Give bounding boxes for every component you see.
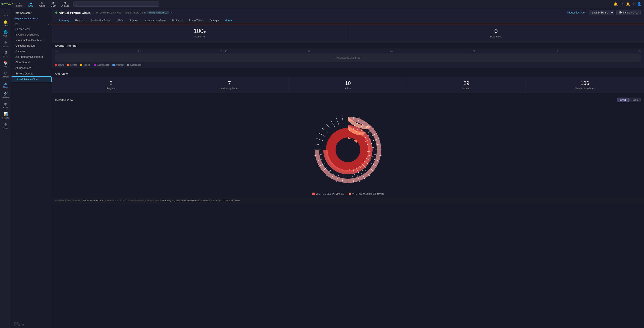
top-bar: ⌂ Home ☁ AWS ◈ Azure ◉ GCP ◆ Alibaba 🔔 [11,0,52,8]
sidebar-item-all-resources[interactable]: All Resources [11,65,52,71]
legend-vpc-east: VPC - US East (N. Virginia) [312,192,344,195]
maintenance-color [94,64,96,66]
overview-grid: 2 Regions 7 Availability Zones 10 VPCs 2… [52,77,644,93]
tab-outages[interactable]: Outages [207,17,222,24]
overview-title: Overview [52,70,644,77]
tab-network-interfaces[interactable]: Network Interfaces [142,17,169,24]
sidebar-item-outages[interactable]: Outages [11,49,52,54]
trigger-test-alert[interactable]: Trigger Test Alert [567,11,586,14]
anomaly-color [112,64,114,66]
page-title: Virtual Private Cloud [59,11,90,14]
nav-vmware[interactable]: ⬡ VMware [0,69,11,80]
main-content: Virtual Private Cloud ≡ ↻ Virtual Privat… [52,0,644,328]
sidebar-item-guidance-report[interactable]: Guidance Report [11,43,52,49]
events-timeline-title: Events Timeline [52,41,644,49]
tab-home[interactable]: ⌂ Home [14,0,25,8]
web-icon: 🌐 [4,30,8,34]
sunburst-chart [307,109,389,190]
nav-network[interactable]: 🔗 Network [0,90,11,100]
legend-maintenance: Maintenance [94,64,109,66]
legend-critical: Critical [67,64,77,66]
nav-home[interactable]: ⌂ Home [0,8,11,18]
cloud-icon: ☁ [4,81,7,85]
svg-line-33 [326,124,330,129]
events-timeline: 18 21 Thu 15 03 06 09 12 15 No Outages O… [52,49,644,68]
nav-admin[interactable]: ⚙ Admin [0,121,11,131]
vmware-icon: ⬡ [4,71,7,75]
timeline-dates: 18 21 Thu 15 03 06 09 12 15 [55,50,640,53]
svg-line-29 [314,144,321,145]
tab-more[interactable]: More ▾ [222,17,234,24]
tab-summary[interactable]: Summary [55,17,72,24]
reports-icon: 📊 [4,112,8,116]
home-icon: ⌂ [4,10,7,14]
timeline-chart: No Outages Occurred [55,53,640,62]
breadcrumb-item-1[interactable]: Virtual Private Cloud [100,11,121,14]
overview-subnets: 29 Subnets [407,77,526,93]
chevron-down-icon[interactable]: ▾ [48,23,49,25]
chart-legend: VPC - US East (N. Virginia) VPC - US Wes… [312,192,384,195]
aws-tab-icon: ☁ [29,1,32,4]
legend-suspended: Suspended [127,64,141,66]
sidebar-item-virtual-private-cloud[interactable]: Virtual Private Cloud [11,76,52,82]
detailed-view-section: Detailed View Chart Table [52,95,644,197]
legend-down: Down [55,64,64,66]
svg-line-31 [318,133,324,137]
timeline-legend: Down Critical Trouble Maintenance Anomal… [55,62,640,66]
app-logo: Site24x7 [0,0,11,8]
menu-icon[interactable]: ≡ [92,11,94,14]
nav-alarms[interactable]: 🔔 Alarms [0,18,11,28]
tab-azure[interactable]: ◈ Azure [36,0,48,8]
tab-gcp[interactable]: ◉ GCP [48,0,52,8]
sidebar-item-inventory-dashboard[interactable]: Inventory Dashboard [11,32,52,37]
chevron-down-icon: ▾ [231,19,232,22]
tab-subnets[interactable]: Subnets [126,17,142,24]
sidebar: ⌂ Home ☁ AWS ◈ Azure ◉ GCP ◆ Alibaba 🔔 [11,0,52,328]
critical-color [67,64,70,66]
nav-cloud[interactable]: ☁ Cloud [0,80,11,90]
content-area: Virtual Private Cloud ≡ ↻ Virtual Privat… [52,8,644,328]
sidebar-item-service-quotas[interactable]: Service Quotas [11,71,52,76]
overview-availability-zones: 7 Availability Zones [170,77,289,93]
sidebar-item-infrastructure-dashboard[interactable]: Infrastructure Dashboa... [11,37,52,43]
table-view-button[interactable]: Table [630,98,640,102]
tab-protocols[interactable]: Protocols [169,17,186,24]
refresh-icon[interactable]: ↻ [96,11,98,14]
sidebar-item-cloudspend[interactable]: CloudSpend [11,60,52,65]
tab-aws[interactable]: ☁ AWS [26,0,36,8]
breadcrumb-item-2[interactable]: Virtual Private Cloud [125,11,146,14]
tab-vpcs[interactable]: VPCs [114,17,126,24]
tab-regions[interactable]: Regions [72,17,88,24]
legend-trouble: Trouble [80,64,90,66]
vpc-east-color [312,192,315,195]
home-tab-icon: ⌂ [18,1,20,4]
sidebar-item-zia-anomaly[interactable]: Zia Anomaly Dashboard [11,54,52,60]
svg-line-30 [316,138,323,141]
nav-reports[interactable]: 📊 Reports [0,110,11,121]
detailed-view-title: Detailed View [55,98,73,102]
overview-vpcs: 10 VPCs [289,77,407,93]
apm-icon: ◈ [4,40,7,44]
tab-availability-zones[interactable]: Availability Zones [88,17,114,24]
legend-anomaly: Anomaly [112,64,124,66]
nav-apm[interactable]: ◈ APM [0,39,11,49]
nav-rum[interactable]: ◉ RUM [0,100,11,110]
tag-icon: 🏷 [170,11,173,14]
alarms-icon: 🔔 [4,20,8,24]
cloud-provider-tabs: ⌂ Home ☁ AWS ◈ Azure ◉ GCP ◆ Alibaba [14,0,52,8]
incident-chat-button[interactable]: 💬 Incident Chat [616,10,640,15]
chart-view-button[interactable]: Chart [617,98,628,102]
nav-kbs[interactable]: 📚 KBs [0,59,11,69]
network-icon: 🔗 [4,92,8,96]
integrate-aws[interactable]: Integrate AWS Account [11,16,52,21]
nav-server[interactable]: 🖥 Server [0,49,11,59]
overview-regions: 2 Regions [52,77,170,93]
tab-route-tables[interactable]: Route Tables [186,17,207,24]
nav-web[interactable]: 🌐 Web [0,28,11,39]
header-actions: Trigger Test Alert Last 24 Hours 💬 Incid… [567,10,640,15]
sidebar-item-service-view[interactable]: Service View [11,26,52,32]
vpc-west-color [349,192,351,195]
time-range-selector[interactable]: Last 24 Hours [589,10,614,15]
breadcrumb: Virtual Private Cloud › Virtual Private … [100,11,173,14]
help-assistant[interactable]: Help Assistant [11,10,52,16]
